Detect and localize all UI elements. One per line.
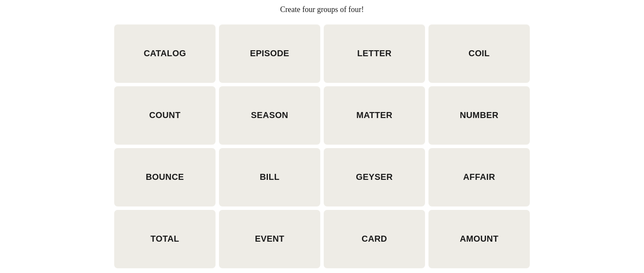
tile-label-card: CARD xyxy=(361,234,387,244)
tile-episode[interactable]: EPISODE xyxy=(219,24,320,83)
tile-season[interactable]: SEASON xyxy=(219,86,320,145)
tile-label-number: NUMBER xyxy=(460,110,498,120)
tile-label-matter: MATTER xyxy=(356,110,392,120)
tile-matter[interactable]: MATTER xyxy=(324,86,425,145)
tile-label-event: EVENT xyxy=(255,234,285,244)
tile-event[interactable]: EVENT xyxy=(219,210,320,268)
tile-label-bill: BILL xyxy=(260,172,279,182)
tile-amount[interactable]: AMOUNT xyxy=(428,210,530,268)
tile-label-episode: EPISODE xyxy=(250,49,289,58)
tile-label-affair: AFFAIR xyxy=(463,172,495,182)
tile-label-geyser: GEYSER xyxy=(356,172,393,182)
tile-label-count: COUNT xyxy=(149,110,180,120)
tile-label-bounce: BOUNCE xyxy=(146,172,184,182)
tile-total[interactable]: TOTAL xyxy=(114,210,216,268)
tile-affair[interactable]: AFFAIR xyxy=(428,148,530,206)
tile-bounce[interactable]: BOUNCE xyxy=(114,148,216,206)
tile-label-coil: COIL xyxy=(468,49,489,58)
tile-label-amount: AMOUNT xyxy=(460,234,498,244)
tile-geyser[interactable]: GEYSER xyxy=(324,148,425,206)
word-grid: CATALOGEPISODELETTERCOILCOUNTSEASONMATTE… xyxy=(114,24,530,268)
instruction-text: Create four groups of four! xyxy=(280,5,364,14)
tile-coil[interactable]: COIL xyxy=(428,24,530,83)
tile-number[interactable]: NUMBER xyxy=(428,86,530,145)
tile-label-total: TOTAL xyxy=(151,234,179,244)
tile-label-catalog: CATALOG xyxy=(144,49,186,58)
tile-label-season: SEASON xyxy=(251,110,289,120)
tile-count[interactable]: COUNT xyxy=(114,86,216,145)
tile-catalog[interactable]: CATALOG xyxy=(114,24,216,83)
tile-card[interactable]: CARD xyxy=(324,210,425,268)
tile-letter[interactable]: LETTER xyxy=(324,24,425,83)
tile-label-letter: LETTER xyxy=(357,49,392,58)
tile-bill[interactable]: BILL xyxy=(219,148,320,206)
